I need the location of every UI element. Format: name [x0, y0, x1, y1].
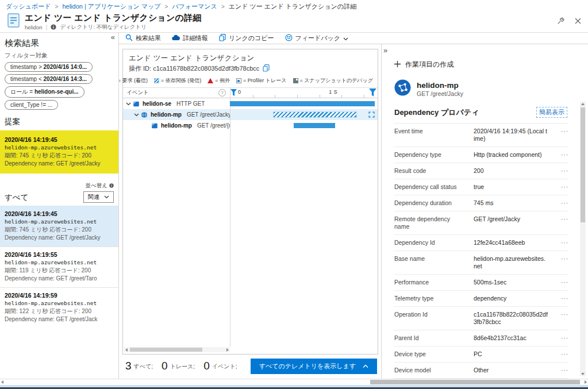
tree-horizontal-scrollbar[interactable]: [124, 347, 230, 352]
help-icon[interactable]: ?: [218, 89, 226, 97]
scrollbar-thumb[interactable]: [130, 348, 202, 352]
property-value: 500ms-1sec: [474, 279, 548, 286]
app-window: ダッシュボード>helidon | アプリケーション マップ>パフォーマンス>エ…: [0, 0, 588, 389]
transaction-tree-row[interactable]: helidon-se HTTP GET: [123, 98, 378, 109]
result-date: 2020/4/16 14:19:45: [5, 136, 114, 144]
timeline-axis: 0 1 S: [230, 88, 378, 98]
copy-operation-id-icon[interactable]: [263, 64, 270, 73]
scroll-right-icon[interactable]: [585, 380, 587, 384]
property-row: Operation Id c1ca11678b822c08035d2df3fb7…: [394, 307, 568, 330]
search-results-title: 検索結果: [5, 38, 118, 49]
transaction-grid: イベント ? 0 1 S: [123, 87, 378, 354]
filter-pill[interactable]: client_Type != ...: [5, 100, 58, 110]
filter-target-label: フィルター対象: [5, 52, 118, 60]
filter-pill[interactable]: timestamp > 2020/4/16 14:0...: [5, 62, 93, 72]
property-label: Operation Id: [394, 311, 467, 318]
search-result-card[interactable]: 2020/4/16 14:19:55 helidon-mp.azurewebsi…: [0, 247, 118, 287]
timeline-bar[interactable]: [230, 101, 375, 106]
toolbar-button[interactable]: 検索結果: [125, 34, 161, 43]
suggestion-title: 提案: [5, 117, 118, 127]
filter-pill[interactable]: ロール = helidon-se-qui...: [5, 86, 84, 98]
timeline-bar[interactable]: [294, 123, 335, 128]
scroll-up-icon[interactable]: [581, 103, 585, 105]
sort-label: 並べ替え: [86, 182, 114, 190]
all-title: すべて: [5, 192, 28, 203]
legend-label: = 例外: [215, 77, 230, 84]
scrollbar-thumb[interactable]: [581, 107, 585, 222]
more-actions-button[interactable]: ···: [555, 255, 568, 263]
chevron-down-icon[interactable]: [134, 113, 139, 117]
legend-label: = 依存関係 (発信): [161, 77, 201, 84]
page-horizontal-scrollbar[interactable]: [0, 379, 588, 385]
more-actions-button[interactable]: ···: [555, 215, 568, 223]
more-actions-button[interactable]: ···: [555, 311, 568, 318]
breadcrumb-link[interactable]: パフォーマンス: [172, 2, 217, 11]
more-actions-button[interactable]: ···: [555, 367, 568, 374]
more-actions-button[interactable]: ···: [555, 279, 568, 286]
timeline-bar[interactable]: [273, 111, 357, 118]
breadcrumb-link[interactable]: helidon | アプリケーション マップ: [62, 2, 160, 11]
scroll-left-icon[interactable]: [1, 380, 3, 384]
filter-pill[interactable]: timestamp < 2020/4/16 14:3...: [5, 74, 93, 84]
property-label: Performance: [394, 279, 467, 286]
search-result-card[interactable]: 2020/4/16 14:19:59 helidon-mp.azurewebsi…: [0, 287, 118, 328]
search-result-card[interactable]: 2020/4/16 14:19:45 helidon-mp.azurewebsi…: [0, 206, 118, 247]
expand-panel-icon[interactable]: »: [383, 46, 387, 55]
property-value: c1ca11678b822c08035d2df3fb78cbcc: [474, 311, 548, 326]
property-label: Result code: [394, 167, 467, 175]
toolbar-button[interactable]: フィードバック: [285, 34, 349, 43]
breadcrumb-separator: >: [164, 3, 168, 10]
application-node-icon: [394, 79, 411, 98]
property-row: Performance 500ms-1sec ···: [394, 275, 568, 291]
more-actions-button[interactable]: ···: [555, 351, 568, 358]
collapse-panel-icon[interactable]: «: [111, 33, 115, 41]
show-all-telemetry-button[interactable]: すべてのテレメトリを表示します: [251, 359, 377, 374]
result-host: helidon-mp.azurewebsites.net: [5, 218, 114, 226]
chevron-down-icon[interactable]: [126, 102, 131, 106]
breadcrumb-link[interactable]: ダッシュボード: [6, 2, 51, 11]
breadcrumb-separator: >: [55, 3, 59, 10]
more-actions-button[interactable]: ···: [555, 295, 568, 302]
property-row: Device model Other ···: [394, 363, 568, 379]
chevron-down-icon: [104, 195, 109, 199]
search-icon: [125, 34, 133, 43]
legend-item: = 依存関係 (発信): [154, 77, 201, 84]
sort-info-icon[interactable]: [109, 183, 114, 189]
more-actions-button[interactable]: ···: [555, 128, 568, 135]
more-actions-button[interactable]: ···: [555, 167, 568, 175]
more-actions-button[interactable]: ···: [555, 199, 568, 207]
property-label: Base name: [394, 255, 467, 263]
toolbar-button[interactable]: 詳細情報: [172, 34, 208, 43]
property-row: Dependency call status true ···: [394, 179, 568, 195]
simple-view-link[interactable]: 簡易表示: [536, 107, 567, 118]
scroll-down-icon[interactable]: [581, 373, 585, 375]
more-actions-button[interactable]: ···: [555, 151, 568, 159]
property-value: true: [474, 183, 548, 191]
scroll-left-icon[interactable]: [125, 348, 128, 352]
toolbar-button[interactable]: リンクのコピー: [219, 34, 274, 43]
sort-dropdown[interactable]: 関連: [83, 191, 114, 203]
property-label: Parent Id: [394, 334, 467, 342]
transaction-tree-row[interactable]: helidon-mp GET /greet/{name}: [123, 120, 378, 131]
close-icon[interactable]: [575, 18, 581, 24]
expand-icon[interactable]: [368, 111, 375, 118]
pin-icon[interactable]: [557, 17, 565, 25]
property-value: Other: [474, 367, 548, 374]
property-label: Dependency call status: [394, 183, 467, 191]
transaction-tree-row[interactable]: helidon-mp GET /greet/Jacky: [123, 109, 378, 120]
more-actions-button[interactable]: ···: [555, 334, 568, 342]
suggestion-card[interactable]: 2020/4/16 14:19:45 helidon-mp.azurewebsi…: [0, 130, 118, 174]
app-name-label: helidon: [25, 24, 43, 30]
scroll-right-icon[interactable]: [226, 348, 229, 352]
create-work-item-button[interactable]: 作業項目の作成: [394, 60, 454, 70]
property-row: Dependency type Http (tracked component)…: [394, 147, 568, 163]
properties-vertical-scrollbar[interactable]: [580, 102, 586, 376]
property-label: Dependency type: [394, 151, 467, 159]
scrollbar-thumb[interactable]: [370, 380, 580, 384]
snapshot-swatch: [293, 78, 298, 83]
more-actions-button[interactable]: ···: [555, 183, 568, 191]
property-value: 745 ms: [474, 199, 548, 207]
more-actions-button[interactable]: ···: [555, 239, 568, 247]
filter-funnel-left-icon[interactable]: [230, 88, 237, 99]
plus-icon: [394, 61, 401, 69]
